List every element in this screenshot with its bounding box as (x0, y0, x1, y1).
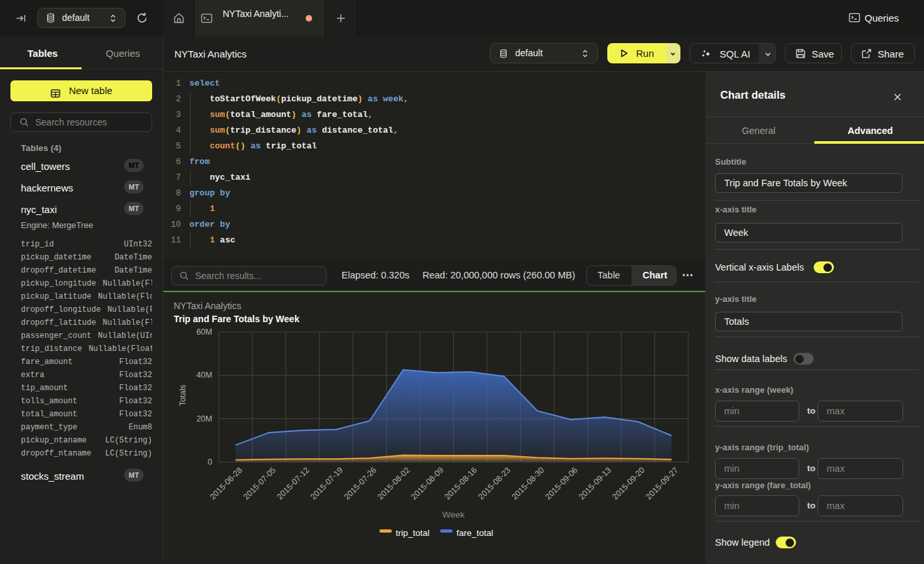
svg-text:Week: Week (442, 510, 465, 520)
svg-text:40M: 40M (197, 371, 212, 380)
svg-text:2015-09-06: 2015-09-06 (543, 465, 579, 501)
svg-text:2015-08-09: 2015-08-09 (409, 465, 445, 501)
svg-text:Totals: Totals (178, 385, 187, 406)
svg-text:2015-06-28: 2015-06-28 (208, 465, 244, 501)
svg-text:2015-07-05: 2015-07-05 (242, 465, 278, 501)
svg-text:2015-08-02: 2015-08-02 (375, 465, 411, 501)
svg-text:2015-09-13: 2015-09-13 (577, 465, 613, 501)
svg-text:fare_total: fare_total (456, 528, 493, 538)
svg-text:2015-08-23: 2015-08-23 (477, 465, 513, 501)
svg-text:20M: 20M (197, 414, 212, 423)
svg-text:60M: 60M (197, 327, 212, 337)
svg-text:2015-07-26: 2015-07-26 (342, 465, 378, 501)
svg-text:2015-07-12: 2015-07-12 (275, 465, 311, 501)
svg-text:0: 0 (208, 457, 212, 467)
svg-text:2015-07-19: 2015-07-19 (309, 465, 345, 501)
svg-text:2015-09-20: 2015-09-20 (611, 465, 646, 501)
svg-text:2015-09-27: 2015-09-27 (644, 465, 680, 501)
svg-text:trip_total: trip_total (396, 528, 430, 538)
svg-text:2015-08-16: 2015-08-16 (443, 465, 479, 501)
svg-text:2015-08-30: 2015-08-30 (510, 465, 546, 501)
